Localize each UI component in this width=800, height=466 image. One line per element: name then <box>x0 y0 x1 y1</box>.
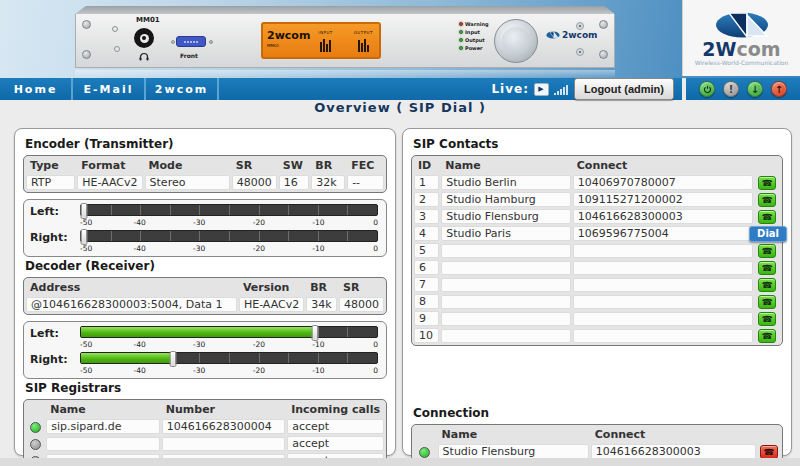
page: MM01 Front 2wcomMM01 <box>0 0 800 466</box>
hangup-button[interactable]: ☎ <box>760 445 778 459</box>
dial-button[interactable]: ☎ <box>758 176 776 190</box>
contact-id: 8 <box>414 294 439 309</box>
device-front-panel: MM01 Front 2wcomMM01 <box>75 14 615 68</box>
dial-button[interactable]: ☎ <box>758 295 776 309</box>
nav-left: Home E-Mail 2wcom Live: ▶ Logout (admin) <box>0 78 682 100</box>
device-model-label: MM01 <box>136 16 160 24</box>
table-row: accept <box>26 436 384 451</box>
device-photo: MM01 Front 2wcomMM01 <box>75 6 615 70</box>
encoder-mode: Stereo <box>145 175 230 190</box>
nav-item-email[interactable]: E-Mail <box>73 78 146 100</box>
table-row: 2 Studio Hamburg 109115271200002 ☎ <box>414 192 780 207</box>
contact-name <box>441 244 571 258</box>
table-header-row: Type Format Mode SR SW BR FEC <box>26 158 384 173</box>
connector-screw-icon <box>209 40 213 44</box>
screw-icon <box>82 50 91 59</box>
nav-bar: Home E-Mail 2wcom Live: ▶ Logout (admin)… <box>0 78 800 100</box>
dial-button[interactable]: ☎ <box>758 312 776 326</box>
phone-icon: ☎ <box>764 447 775 457</box>
table-row: @104616628300003:5004, Data 1 HE-AACv2 3… <box>26 297 384 312</box>
registrar-status-led <box>30 422 41 433</box>
phone-icon: ☎ <box>762 280 773 290</box>
company-logo-icon <box>715 10 769 40</box>
table-row: 10 ☎ <box>414 328 780 343</box>
encoder-level-meters: Left: -50-40-30-20-100 Right: <box>23 199 387 257</box>
dial-button[interactable]: ☎ <box>758 329 776 343</box>
contact-id: 7 <box>414 277 439 292</box>
col-name: Name <box>438 427 589 442</box>
decoder-level-meters: Left: -50-40-30-20-100 Right: <box>23 321 387 379</box>
registrar-name <box>46 437 160 451</box>
contact-connect <box>573 312 753 326</box>
download-button[interactable]: ↓ <box>747 81 763 97</box>
phone-icon: ☎ <box>762 212 773 222</box>
contact-connect <box>573 261 753 275</box>
down-arrow-icon: ↓ <box>751 84 759 95</box>
connection-section-title: Connection <box>413 406 783 420</box>
company-logo-text: 2Wcom <box>702 40 780 58</box>
device-knob <box>494 19 538 63</box>
device-led-output: Output <box>459 37 489 43</box>
contacts-section-title: SIP Contacts <box>413 137 783 151</box>
contact-id: 6 <box>414 260 439 275</box>
encoder-section-title: Encoder (Transmitter) <box>25 137 387 151</box>
table-row: sip.sipard.de 104616628300004 accept <box>26 419 384 434</box>
table-row: Studio Flensburg 104616628300003 ☎ <box>414 444 780 459</box>
status-button-bar: ! ↓ ↑ <box>686 78 800 100</box>
dial-button[interactable]: ☎ <box>758 261 776 275</box>
power-icon <box>703 85 712 94</box>
device-button <box>576 22 584 30</box>
logout-button[interactable]: Logout (admin) <box>574 78 674 100</box>
nav-item-home[interactable]: Home <box>0 78 73 100</box>
contact-name <box>441 295 571 309</box>
col-dial <box>755 158 780 173</box>
contact-name <box>441 312 571 326</box>
col-format: Format <box>77 158 142 173</box>
contact-name <box>441 329 571 343</box>
col-id: ID <box>414 158 439 173</box>
col-address: Address <box>26 280 237 295</box>
device-led-input: Input <box>459 29 489 35</box>
registrar-incoming: accept <box>287 419 384 434</box>
screw-icon <box>599 50 608 59</box>
dial-button[interactable]: ☎ <box>758 278 776 292</box>
col-led <box>414 427 436 442</box>
brand-logo-icon <box>546 31 560 39</box>
live-label: Live: <box>491 82 529 96</box>
col-fec: FEC <box>347 158 384 173</box>
col-sr: SR <box>339 280 384 295</box>
dial-button[interactable]: ☎ <box>758 193 776 207</box>
connection-name: Studio Flensburg <box>438 444 589 459</box>
footer-strip <box>0 458 800 466</box>
nav-item-2wcom[interactable]: 2wcom <box>146 78 219 100</box>
table-row: 1 Studio Berlin 10406970780007 ☎ <box>414 175 780 190</box>
phone-icon: ☎ <box>762 178 773 188</box>
col-sr: SR <box>232 158 277 173</box>
live-play-button[interactable]: ▶ <box>534 83 549 96</box>
table-row: RTP HE-AACv2 Stereo 48000 16 32k -- <box>26 175 384 190</box>
decoder-table: Address Version BR SR @104616628300003:5… <box>23 277 387 315</box>
contact-name: Studio Berlin <box>441 175 571 190</box>
contact-name: Studio Paris <box>441 226 571 241</box>
registrar-number <box>162 437 285 451</box>
col-name: Name <box>441 158 571 173</box>
power-button[interactable] <box>699 81 715 97</box>
contact-id: 1 <box>414 175 439 190</box>
indicator-icon <box>114 46 120 52</box>
table-header-row: Address Version BR SR <box>26 280 384 295</box>
encoder-type: RTP <box>26 175 75 190</box>
upload-button[interactable]: ↑ <box>771 81 787 97</box>
front-connector <box>176 36 206 47</box>
contact-name <box>441 261 571 275</box>
alert-icon: ! <box>729 84 734 95</box>
dial-button[interactable]: ☎ <box>758 210 776 224</box>
dial-button[interactable]: ☎ <box>758 244 776 258</box>
left-panel: Encoder (Transmitter) Type Format Mode S… <box>14 128 396 456</box>
alert-button[interactable]: ! <box>723 81 739 97</box>
contact-id: 4 <box>414 226 439 241</box>
phone-icon: ☎ <box>762 331 773 341</box>
dial-tooltip: Dial <box>749 226 787 242</box>
phone-icon: ☎ <box>762 195 773 205</box>
level-meter-track <box>80 204 378 216</box>
device-brand: 2wcom <box>546 30 597 40</box>
